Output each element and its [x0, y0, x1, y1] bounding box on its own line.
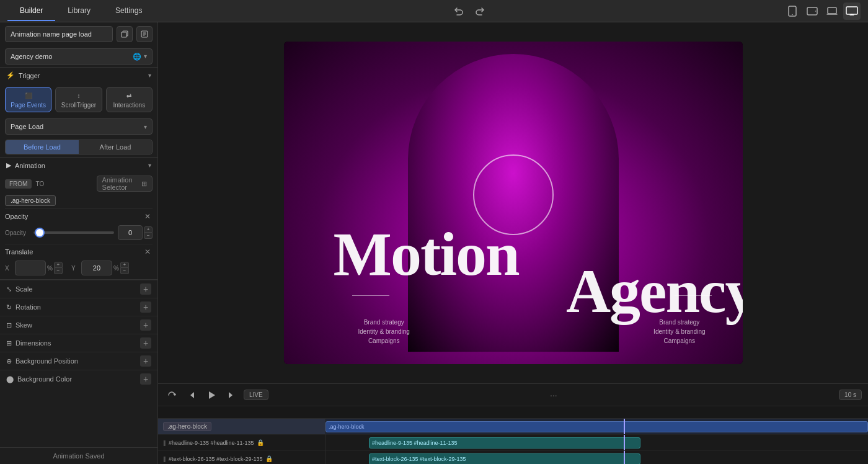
translate-header: Translate ✕	[0, 244, 157, 259]
svg-rect-5	[846, 7, 857, 14]
dimensions-label: Dimensions	[16, 339, 51, 347]
opacity-number-group: + −	[118, 225, 153, 240]
rotation-label: Rotation	[16, 303, 41, 311]
page-load-dropdown[interactable]: Page Load ▾	[5, 118, 153, 135]
track-label-hero[interactable]: .ag-hero-block	[158, 419, 325, 435]
add-bg-position-button[interactable]: +	[140, 355, 151, 367]
site-dropdown[interactable]: Agency demo 🌐 ▾	[5, 48, 153, 65]
x-unit: %	[47, 265, 53, 272]
tab-builder[interactable]: Builder	[7, 1, 55, 21]
track-row-textblock[interactable]: #text-block-26-135 #text-block-29-135	[326, 451, 868, 464]
opacity-increment[interactable]: +	[144, 226, 153, 233]
trigger-interactions[interactable]: ⇄ Interactions	[106, 87, 153, 112]
svg-rect-6	[122, 32, 126, 37]
track-row-headline[interactable]: #headline-9-135 #headline-11-135	[326, 435, 868, 451]
x-decrement[interactable]: −	[54, 268, 63, 274]
selector-badge: .ag-hero-block	[5, 195, 56, 206]
canvas-text-motion: Motion	[334, 218, 519, 290]
panel-spacer	[0, 388, 157, 447]
live-badge[interactable]: LIVE	[244, 390, 268, 400]
svg-rect-4	[828, 7, 836, 14]
timeline-forward-button[interactable]	[224, 388, 239, 403]
x-stepper: + −	[54, 262, 63, 274]
opacity-header: Opacity ✕	[0, 209, 157, 224]
page-events-icon: ⬛	[25, 92, 32, 99]
left-panel: Agency demo 🌐 ▾ ⚡ Trigger ▾ ⬛ Page Event…	[0, 22, 158, 464]
after-load-tab[interactable]: After Load	[79, 140, 152, 154]
track-label-headline[interactable]: ‖ #headline-9-135 #headline-11-135 🔒	[158, 435, 325, 451]
timeline-content: 0s 1s 2s 3s 4s 5s	[158, 406, 868, 464]
page-load-arrow: ▾	[144, 123, 147, 130]
track-name-hero: .ag-hero-block	[163, 422, 211, 431]
rotation-row[interactable]: ↻ Rotation +	[0, 298, 157, 316]
top-bar: Builder Library Settings	[0, 0, 868, 22]
timeline-play-button[interactable]	[204, 388, 219, 403]
y-value-input[interactable]	[81, 261, 112, 275]
track-playhead-headline	[624, 435, 625, 450]
track-label-textblock[interactable]: ‖ #text-block-26-135 #text-block-29-135 …	[158, 451, 325, 464]
translate-close-button[interactable]: ✕	[143, 247, 153, 257]
add-dimensions-button[interactable]: +	[140, 337, 151, 349]
scale-row[interactable]: ⤡ Scale +	[0, 280, 157, 298]
add-bg-color-button[interactable]: +	[140, 373, 151, 385]
undo-button[interactable]	[450, 2, 467, 20]
trigger-page-events[interactable]: ⬛ Page Events	[5, 87, 51, 112]
add-scale-button[interactable]: +	[140, 283, 151, 295]
tab-settings[interactable]: Settings	[103, 1, 154, 21]
track-block-headline[interactable]: #headline-9-135 #headline-11-135	[369, 437, 640, 448]
add-skew-button[interactable]: +	[140, 319, 151, 331]
desktop-icon[interactable]	[843, 2, 861, 20]
time-marker: 10 s	[839, 390, 862, 400]
timeline: LIVE ··· 10 s 0s 1s 2s	[158, 383, 868, 464]
rotation-icon: ↻	[6, 303, 12, 311]
timeline-loop-button[interactable]	[164, 388, 179, 403]
opacity-slider-thumb[interactable]	[36, 229, 43, 236]
bg-position-icon: ⊕	[6, 357, 12, 365]
y-decrement[interactable]: −	[120, 268, 129, 274]
dimensions-row[interactable]: ⊞ Dimensions +	[0, 334, 157, 352]
add-rotation-button[interactable]: +	[140, 301, 151, 313]
timeline-back-button[interactable]	[184, 388, 199, 403]
track-name-textblock: #text-block-26-135 #text-block-29-135	[169, 456, 263, 462]
copy-button[interactable]	[117, 26, 133, 42]
trigger-section-header[interactable]: ⚡ Trigger ▾	[0, 67, 157, 83]
animation-name-input[interactable]	[5, 26, 113, 42]
y-label: Y	[71, 265, 78, 272]
before-load-tab[interactable]: Before Load	[6, 140, 79, 154]
bg-position-row[interactable]: ⊕ Background Position +	[0, 352, 157, 370]
translate-label: Translate	[5, 248, 33, 256]
mobile-icon[interactable]	[784, 2, 801, 20]
animation-selector-label: Animation Selector	[102, 176, 141, 191]
trigger-page-events-label: Page Events	[11, 102, 46, 109]
redo-button[interactable]	[471, 2, 489, 20]
tablet-icon[interactable]	[804, 2, 821, 20]
timeline-dots[interactable]: ···	[550, 390, 557, 400]
track-block-textblock[interactable]: #text-block-26-135 #text-block-29-135	[369, 453, 640, 464]
laptop-icon[interactable]	[823, 2, 841, 20]
opacity-decrement[interactable]: −	[144, 233, 153, 239]
skew-row[interactable]: ⊡ Skew +	[0, 316, 157, 334]
bg-color-row[interactable]: ⬤ Background Color +	[0, 370, 157, 388]
from-to-row: FROM TO Animation Selector ⊞	[0, 173, 157, 194]
more-options-button[interactable]	[136, 26, 153, 42]
animation-section-icon: ▶	[6, 161, 11, 169]
lock-icon-textblock: 🔒	[265, 455, 273, 462]
trigger-interactions-label: Interactions	[113, 102, 145, 109]
opacity-close-button[interactable]: ✕	[143, 212, 153, 221]
from-badge: FROM	[5, 179, 32, 189]
opacity-value-input[interactable]	[118, 225, 143, 240]
animation-status: Animation Saved	[0, 447, 157, 464]
track-row-hero[interactable]: .ag-hero-block	[326, 419, 868, 435]
x-value-input[interactable]	[15, 261, 46, 275]
animation-section-header[interactable]: ▶ Animation ▾	[0, 157, 157, 173]
canvas-image: Motion Agency Brand strategyIdentity & b…	[284, 42, 743, 364]
animation-selector-display[interactable]: Animation Selector ⊞	[97, 176, 153, 192]
opacity-slider-track[interactable]	[33, 231, 114, 234]
x-increment[interactable]: +	[54, 262, 63, 268]
tab-library[interactable]: Library	[55, 1, 103, 21]
track-block-hero[interactable]: .ag-hero-block	[326, 421, 868, 432]
y-stepper: + −	[120, 262, 129, 274]
trigger-scroll[interactable]: ↕ ScrollTrigger	[55, 87, 102, 112]
opacity-stepper: + −	[144, 226, 153, 239]
y-increment[interactable]: +	[120, 262, 129, 268]
